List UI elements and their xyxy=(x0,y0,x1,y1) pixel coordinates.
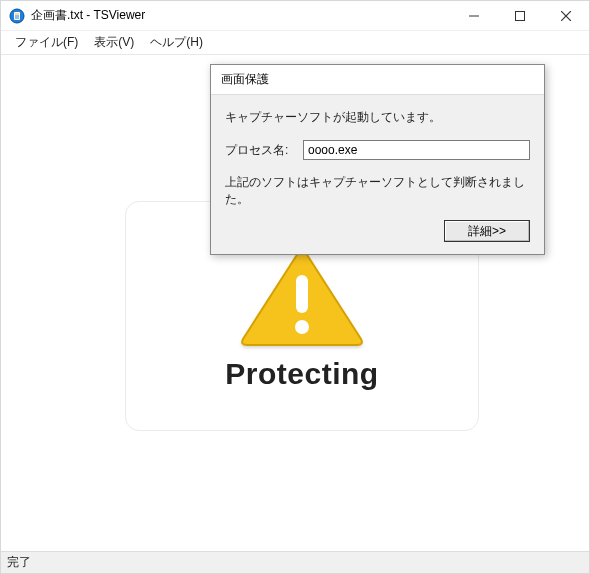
minimize-icon xyxy=(469,11,479,21)
dialog-body: キャプチャーソフトが起動しています。 プロセス名: 上記のソフトはキャプチャーソ… xyxy=(211,95,544,254)
status-text: 完了 xyxy=(7,554,31,571)
svg-rect-6 xyxy=(516,11,525,20)
dialog-process-row: プロセス名: xyxy=(225,140,530,160)
dialog-title: 画面保護 xyxy=(211,65,544,95)
titlebar: 企画書.txt - TSViewer xyxy=(1,1,589,31)
screen-protect-dialog: 画面保護 キャプチャーソフトが起動しています。 プロセス名: 上記のソフトはキャ… xyxy=(210,64,545,255)
menubar: ファイル(F) 表示(V) ヘルプ(H) xyxy=(1,31,589,55)
svg-rect-2 xyxy=(15,13,19,14)
window-controls xyxy=(451,1,589,30)
svg-rect-4 xyxy=(15,17,19,18)
window-title: 企画書.txt - TSViewer xyxy=(31,7,451,24)
menu-file[interactable]: ファイル(F) xyxy=(7,32,86,53)
app-icon xyxy=(9,8,25,24)
maximize-button[interactable] xyxy=(497,1,543,30)
process-label: プロセス名: xyxy=(225,142,295,159)
details-button[interactable]: 詳細>> xyxy=(444,220,530,242)
statusbar: 完了 xyxy=(1,551,589,573)
menu-help[interactable]: ヘルプ(H) xyxy=(142,32,211,53)
svg-rect-9 xyxy=(296,275,308,313)
protecting-label: Protecting xyxy=(225,357,378,391)
svg-point-10 xyxy=(295,320,309,334)
maximize-icon xyxy=(515,11,525,21)
warning-triangle-icon xyxy=(237,241,367,351)
svg-rect-3 xyxy=(15,15,19,16)
process-name-input[interactable] xyxy=(303,140,530,160)
dialog-message-running: キャプチャーソフトが起動しています。 xyxy=(225,109,530,126)
dialog-message-detected: 上記のソフトはキャプチャーソフトとして判断されました。 xyxy=(225,174,530,208)
menu-view[interactable]: 表示(V) xyxy=(86,32,142,53)
close-button[interactable] xyxy=(543,1,589,30)
minimize-button[interactable] xyxy=(451,1,497,30)
dialog-buttons: 詳細>> xyxy=(225,220,530,244)
close-icon xyxy=(561,11,571,21)
